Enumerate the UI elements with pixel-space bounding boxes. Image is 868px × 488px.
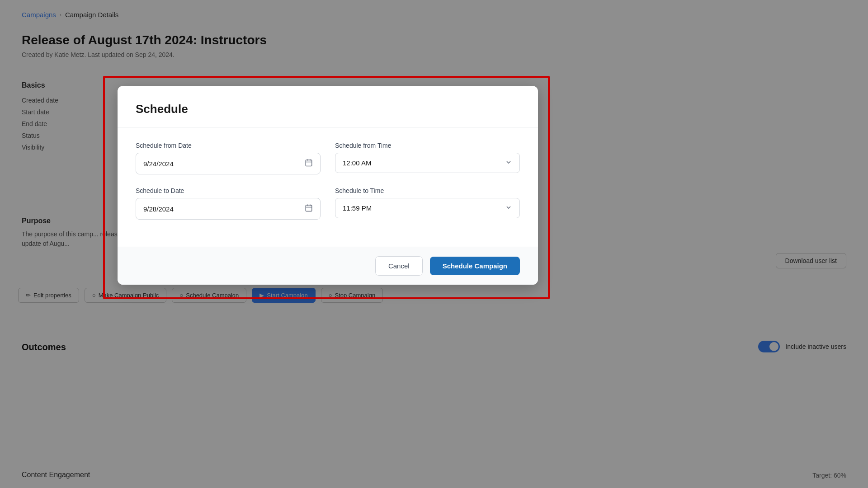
modal-body: Schedule from Date 9/24/2024 Schedule fr… (118, 127, 538, 247)
schedule-to-time-label: Schedule to Time (335, 187, 520, 194)
svg-rect-4 (306, 205, 312, 211)
modal-title: Schedule (136, 102, 520, 116)
schedule-from-time-label: Schedule from Time (335, 142, 520, 149)
schedule-to-time-group: Schedule to Time 11:59 PM (335, 187, 520, 220)
schedule-from-time-group: Schedule from Time 12:00 AM (335, 142, 520, 174)
schedule-to-date-group: Schedule to Date 9/28/2024 (136, 187, 321, 220)
schedule-from-time-value: 12:00 AM (343, 159, 371, 167)
schedule-from-date-input[interactable]: 9/24/2024 (136, 153, 321, 174)
schedule-to-time-value: 11:59 PM (343, 204, 372, 212)
schedule-to-date-label: Schedule to Date (136, 187, 321, 194)
schedule-from-row: Schedule from Date 9/24/2024 Schedule fr… (136, 142, 520, 174)
calendar-from-date-icon (305, 159, 313, 169)
chevron-down-to-time-icon (505, 204, 512, 212)
cancel-button[interactable]: Cancel (375, 256, 423, 276)
schedule-to-time-select[interactable]: 11:59 PM (335, 198, 520, 218)
modal-header: Schedule (118, 86, 538, 127)
schedule-to-date-value: 9/28/2024 (143, 205, 174, 213)
schedule-modal: Schedule Schedule from Date 9/24/2024 (118, 86, 538, 285)
calendar-to-date-icon (305, 204, 313, 214)
schedule-campaign-modal-button[interactable]: Schedule Campaign (430, 257, 520, 275)
schedule-from-date-group: Schedule from Date 9/24/2024 (136, 142, 321, 174)
schedule-from-date-value: 9/24/2024 (143, 160, 174, 168)
schedule-from-date-label: Schedule from Date (136, 142, 321, 149)
schedule-from-time-select[interactable]: 12:00 AM (335, 153, 520, 173)
modal-footer: Cancel Schedule Campaign (118, 247, 538, 285)
schedule-to-row: Schedule to Date 9/28/2024 Schedule to T… (136, 187, 520, 220)
schedule-to-date-input[interactable]: 9/28/2024 (136, 198, 321, 220)
chevron-down-from-time-icon (505, 159, 512, 167)
svg-rect-0 (306, 160, 312, 166)
